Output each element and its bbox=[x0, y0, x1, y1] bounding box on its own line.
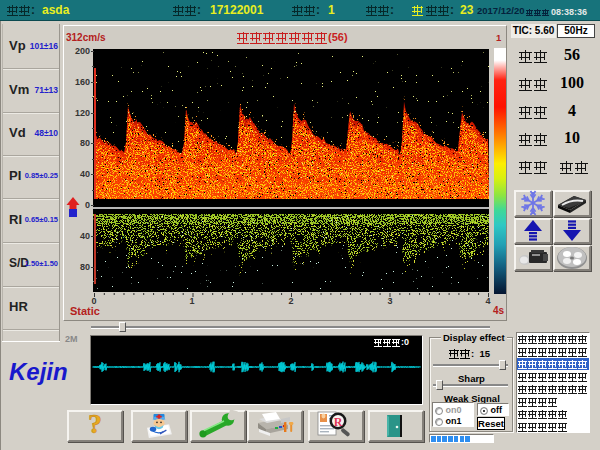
svg-text:?: ? bbox=[88, 408, 102, 439]
svg-text:R: R bbox=[334, 415, 343, 429]
